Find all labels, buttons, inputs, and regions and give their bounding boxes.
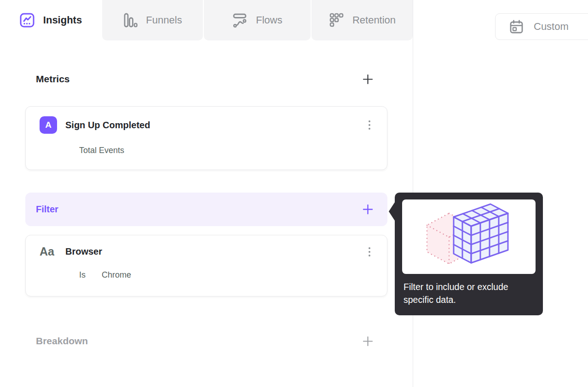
filter-property-name: Browser bbox=[65, 246, 364, 257]
filter-help-tooltip: Filter to include or exclude specific da… bbox=[395, 193, 543, 315]
tab-insights-label: Insights bbox=[43, 14, 82, 26]
filter-section-row[interactable]: Filter bbox=[25, 193, 387, 226]
flows-wave-icon bbox=[232, 12, 248, 28]
retention-dots-icon bbox=[329, 12, 344, 28]
add-filter-button[interactable] bbox=[362, 204, 374, 216]
tab-funnels[interactable]: Funnels bbox=[102, 0, 203, 40]
string-property-icon: Aa bbox=[40, 245, 57, 258]
query-builder-panel: Metrics A Sign Up Completed Total Events… bbox=[25, 40, 387, 350]
breakdown-title: Breakdown bbox=[36, 336, 88, 347]
tab-retention-label: Retention bbox=[352, 14, 396, 26]
add-breakdown-button[interactable] bbox=[362, 335, 374, 347]
tab-flows-label: Flows bbox=[256, 14, 282, 26]
filter-cube-illustration bbox=[402, 199, 536, 274]
filter-card-browser[interactable]: Aa Browser IsChrome bbox=[25, 235, 387, 296]
filter-title: Filter bbox=[36, 204, 58, 215]
metric-aggregation[interactable]: Total Events bbox=[79, 146, 375, 155]
filter-operator[interactable]: Is bbox=[79, 270, 86, 280]
metric-card-sign-up-completed[interactable]: A Sign Up Completed Total Events bbox=[25, 106, 387, 170]
tab-flows[interactable]: Flows bbox=[204, 0, 311, 40]
metric-name: Sign Up Completed bbox=[65, 120, 364, 131]
tooltip-text: Filter to include or exclude specific da… bbox=[402, 281, 517, 306]
metric-letter-badge: A bbox=[40, 116, 57, 134]
metrics-section-header: Metrics bbox=[25, 70, 387, 88]
date-range-custom-button[interactable]: Custom bbox=[495, 13, 588, 40]
tab-insights[interactable]: Insights bbox=[0, 0, 101, 40]
calendar-icon bbox=[509, 19, 524, 34]
filter-value[interactable]: Chrome bbox=[102, 270, 131, 279]
tab-retention[interactable]: Retention bbox=[311, 0, 413, 40]
tab-funnels-label: Funnels bbox=[146, 14, 182, 26]
kebab-menu-icon[interactable] bbox=[364, 120, 375, 131]
date-range-label: Custom bbox=[534, 21, 569, 33]
kebab-menu-icon[interactable] bbox=[364, 246, 375, 257]
breakdown-section-header: Breakdown bbox=[25, 332, 387, 350]
insights-chart-icon bbox=[19, 12, 35, 28]
analysis-tabbar: Insights Funnels Flows bbox=[0, 0, 413, 40]
tooltip-arrow-icon bbox=[389, 202, 395, 221]
add-metric-button[interactable] bbox=[362, 73, 374, 85]
funnels-bars-icon bbox=[123, 12, 138, 28]
metrics-title: Metrics bbox=[36, 74, 70, 85]
